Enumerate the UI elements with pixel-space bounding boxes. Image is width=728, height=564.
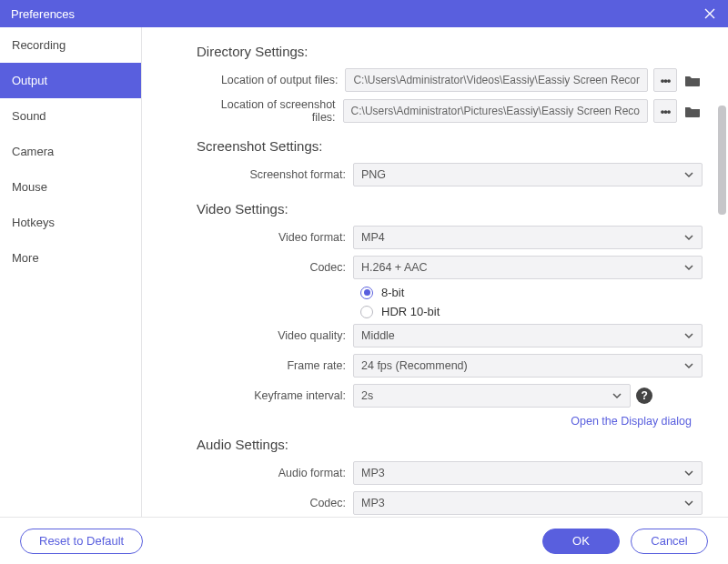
row-audio-codec: Codec: MP3	[197, 491, 703, 515]
frame-rate-select[interactable]: 24 fps (Recommend)	[353, 354, 703, 378]
help-icon[interactable]: ?	[636, 388, 652, 404]
sidebar-item-mouse[interactable]: Mouse	[0, 169, 141, 205]
row-screenshot-format: Screenshot format: PNG	[197, 163, 703, 186]
video-quality-select[interactable]: Middle	[353, 324, 703, 347]
screenshot-format-value: PNG	[361, 168, 386, 181]
row-video-codec: Codec: H.264 + AAC	[197, 256, 703, 279]
sidebar-item-output[interactable]: Output	[0, 63, 141, 98]
main-pane: Directory Settings: Location of output f…	[142, 27, 728, 517]
row-output-path: Location of output files: C:\Users\Admin…	[197, 68, 703, 92]
screenshot-path-input[interactable]: C:\Users\Administrator\Pictures\Eassiy\E…	[343, 99, 648, 123]
ellipsis-icon: •••	[661, 105, 671, 118]
sidebar-item-sound[interactable]: Sound	[0, 98, 141, 134]
open-display-dialog-link[interactable]: Open the Display dialog	[571, 415, 692, 428]
cancel-button[interactable]: Cancel	[631, 529, 708, 554]
row-audio-format: Audio format: MP3	[197, 461, 703, 485]
row-video-format: Video format: MP4	[197, 226, 703, 249]
row-screenshot-path: Location of screenshot files: C:\Users\A…	[197, 98, 703, 124]
label-screenshot-path: Location of screenshot files:	[197, 98, 343, 124]
chevron-down-icon	[683, 498, 694, 509]
folder-icon	[684, 74, 701, 86]
section-screenshot-title: Screenshot Settings:	[197, 138, 703, 154]
video-quality-value: Middle	[361, 329, 395, 342]
radio-hdr10bit[interactable]: HDR 10-bit	[360, 305, 703, 318]
label-video-quality: Video quality:	[197, 329, 353, 342]
audio-format-select[interactable]: MP3	[353, 461, 703, 485]
chevron-down-icon	[683, 232, 694, 243]
video-format-value: MP4	[361, 231, 385, 244]
window-title: Preferences	[11, 7, 75, 21]
chevron-down-icon	[683, 330, 694, 341]
label-video-codec: Codec:	[197, 261, 353, 274]
chevron-down-icon	[612, 390, 622, 401]
audio-format-value: MP3	[361, 467, 385, 479]
video-format-select[interactable]: MP4	[353, 226, 703, 249]
label-keyframe-interval: Keyframe interval:	[197, 389, 353, 402]
screenshot-path-browse-button[interactable]: •••	[653, 99, 677, 123]
chevron-down-icon	[683, 360, 694, 371]
sidebar-item-more[interactable]: More	[0, 240, 141, 276]
close-icon[interactable]	[703, 6, 717, 21]
label-frame-rate: Frame rate:	[197, 359, 353, 372]
audio-codec-value: MP3	[361, 497, 385, 509]
label-screenshot-format: Screenshot format:	[197, 168, 353, 181]
label-video-format: Video format:	[197, 231, 353, 244]
row-video-quality: Video quality: Middle	[197, 324, 703, 347]
video-codec-select[interactable]: H.264 + AAC	[353, 256, 703, 279]
content: Directory Settings: Location of output f…	[142, 27, 728, 517]
radio-8bit-label: 8-bit	[381, 286, 404, 299]
sidebar: Recording Output Sound Camera Mouse Hotk…	[0, 27, 142, 517]
label-audio-format: Audio format:	[197, 467, 353, 479]
frame-rate-value: 24 fps (Recommend)	[361, 359, 468, 372]
section-directory-title: Directory Settings:	[197, 44, 703, 59]
row-frame-rate: Frame rate: 24 fps (Recommend)	[197, 354, 703, 378]
section-video-title: Video Settings:	[197, 201, 703, 217]
sidebar-item-camera[interactable]: Camera	[0, 134, 141, 169]
output-path-input[interactable]: C:\Users\Administrator\Videos\Eassiy\Eas…	[345, 68, 648, 92]
titlebar: Preferences	[0, 0, 728, 27]
ellipsis-icon: •••	[661, 74, 671, 87]
folder-icon	[684, 105, 701, 117]
scrollbar[interactable]	[718, 106, 726, 215]
reset-to-default-button[interactable]: Reset to Default	[20, 529, 143, 554]
radio-8bit[interactable]: 8-bit	[360, 286, 703, 299]
radio-icon	[360, 287, 373, 299]
output-path-browse-button[interactable]: •••	[653, 68, 677, 92]
display-link-row: Open the Display dialog	[197, 414, 703, 428]
audio-codec-select[interactable]: MP3	[353, 491, 703, 515]
chevron-down-icon	[683, 262, 694, 273]
ok-button[interactable]: OK	[542, 529, 620, 554]
screenshot-format-select[interactable]: PNG	[353, 163, 703, 186]
output-path-open-folder-button[interactable]	[682, 68, 703, 92]
chevron-down-icon	[683, 169, 694, 180]
section-audio-title: Audio Settings:	[197, 437, 703, 452]
chevron-down-icon	[683, 468, 694, 478]
keyframe-interval-value: 2s	[361, 389, 373, 402]
radio-hdr-label: HDR 10-bit	[381, 305, 440, 318]
keyframe-interval-select[interactable]: 2s	[353, 384, 631, 408]
radio-icon	[360, 306, 373, 318]
footer: Reset to Default OK Cancel	[0, 517, 728, 564]
label-audio-codec: Codec:	[197, 497, 353, 509]
screenshot-path-open-folder-button[interactable]	[682, 99, 703, 123]
video-codec-value: H.264 + AAC	[361, 261, 428, 274]
row-keyframe-interval: Keyframe interval: 2s ?	[197, 384, 703, 408]
sidebar-item-hotkeys[interactable]: Hotkeys	[0, 205, 141, 240]
body: Recording Output Sound Camera Mouse Hotk…	[0, 27, 728, 517]
sidebar-item-recording[interactable]: Recording	[0, 27, 141, 63]
label-output-path: Location of output files:	[197, 74, 345, 86]
